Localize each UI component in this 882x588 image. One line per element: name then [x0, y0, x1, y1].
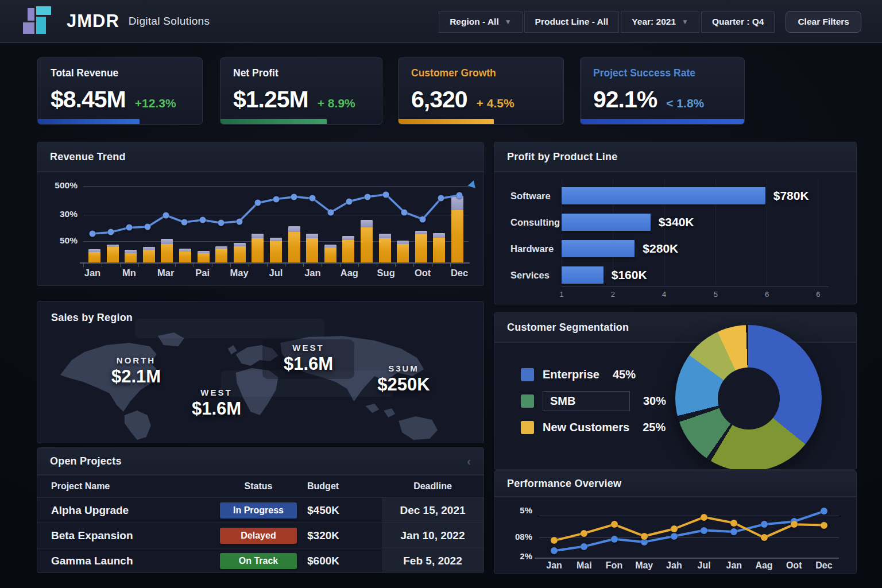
data-point	[581, 530, 587, 537]
y-axis-tick: 500%	[44, 180, 78, 191]
data-point	[791, 521, 798, 528]
collapse-icon[interactable]: ‹	[467, 455, 471, 468]
bar-value-label: $780K	[773, 189, 809, 203]
x-axis-label: May	[635, 560, 653, 571]
data-point	[551, 547, 558, 554]
data-point	[328, 209, 334, 215]
profit-by-product-line-panel: Profit by Product Line Software$780KCons…	[494, 142, 857, 304]
bar-track: $160K	[562, 266, 833, 284]
segmentation-legend: Enterprise 45% SMB 30% New Customers 25%	[521, 368, 666, 434]
x-axis-ticks	[83, 264, 469, 267]
x-axis-label: Jul	[698, 560, 711, 571]
map-highlight	[135, 319, 324, 338]
bar-value-label: $340K	[659, 215, 694, 229]
year-filter[interactable]: Year: 2021 ▼	[621, 11, 699, 33]
data-point	[641, 539, 648, 546]
panel-title: Customer Segmentation	[507, 322, 629, 334]
clear-filters-button[interactable]: Clear Filters	[786, 11, 861, 33]
data-point	[236, 218, 242, 225]
data-point	[401, 209, 408, 215]
header-bar: JMDR Digital Solutions Region - All ▼ Pr…	[0, 0, 882, 43]
x-axis-label: Aag	[341, 268, 358, 278]
product-line-row: Software$780K	[494, 183, 856, 209]
data-point	[821, 508, 827, 514]
x-axis-label: Dec	[815, 560, 832, 571]
customer-segmentation-panel: Customer Segmentation Enterprise 45% SMB…	[494, 312, 857, 470]
kpi-card-net-profit: Net Profit $1.25M + 8.9%	[220, 57, 382, 125]
x-axis-label: May	[230, 268, 249, 278]
region-filter-label: Region - All	[450, 17, 499, 27]
panel-title: Profit by Product Line	[507, 151, 617, 163]
data-point	[254, 200, 261, 206]
panel-header: Performance Overview	[494, 471, 856, 497]
legend-label: SMB	[543, 391, 630, 411]
data-point	[383, 191, 389, 198]
revenue-trend-panel: Revenue Trend 500% 30% 50% JanMnMarPaiMa…	[37, 142, 484, 286]
quarter-filter-label: Quarter : Q4	[712, 17, 764, 27]
panel-header: Profit by Product Line	[494, 142, 856, 172]
profit-bar	[562, 240, 635, 257]
category-label: Hardware	[494, 243, 562, 254]
map-marker-s3um: S3UM $250K	[358, 363, 450, 395]
kpi-title: Customer Growth	[411, 67, 551, 79]
x-axis-tick: 6	[765, 290, 769, 299]
projects-table: Project Name Status Budget Deadline Alph…	[37, 475, 483, 572]
x-axis-tick: 6	[816, 290, 820, 299]
map-marker-west-bottom: WEST $1.6M	[171, 388, 262, 419]
data-point	[761, 534, 768, 541]
x-axis-label: Mn	[122, 268, 136, 278]
panel-title: Performance Overview	[507, 478, 621, 490]
region-filter[interactable]: Region - All ▼	[439, 11, 522, 33]
x-axis-tick: 2	[611, 290, 615, 299]
table-header-row: Project Name Status Budget Deadline	[37, 475, 483, 497]
open-projects-panel: Open Projects ‹ Project Name Status Budg…	[37, 447, 484, 573]
kpi-value: $8.45M	[51, 86, 126, 113]
table-row[interactable]: Alpha Upgrade In Progress $450K Dec 15, …	[37, 497, 483, 523]
bar-rows: Software$780KConsulting$340KHardware$280…	[494, 172, 856, 288]
data-point	[457, 192, 463, 199]
project-deadline: Jan 10, 2022	[382, 523, 483, 548]
profit-bar	[562, 187, 765, 204]
project-budget: $600K	[307, 555, 382, 567]
data-point	[671, 533, 678, 540]
project-budget: $320K	[307, 529, 382, 542]
product-line-filter[interactable]: Product Line - All	[524, 11, 620, 33]
kpi-accent-bar	[399, 119, 494, 124]
kpi-value: 6,320	[411, 86, 467, 113]
x-axis-label: Pai	[195, 268, 210, 278]
chevron-down-icon: ▼	[682, 18, 688, 26]
data-point	[365, 194, 371, 200]
region-label: WEST	[171, 388, 262, 397]
data-point	[438, 195, 444, 202]
x-axis-tick: 4	[662, 290, 666, 299]
revenue-trend-chart: 500% 30% 50%	[83, 186, 469, 263]
x-axis-label: Fon	[606, 560, 622, 571]
project-budget: $450K	[307, 504, 382, 517]
legend-item-smb: SMB 30%	[521, 391, 666, 411]
kpi-delta: + 8.9%	[318, 96, 355, 110]
table-row[interactable]: Gamma Launch On Track $600K Feb 5, 2022	[37, 548, 483, 573]
product-line-row: Hardware$280K	[494, 235, 856, 262]
kpi-accent-bar	[38, 119, 140, 124]
kpi-delta: +12.3%	[135, 96, 176, 110]
x-axis-label: Dec	[451, 268, 468, 278]
data-point	[420, 216, 426, 222]
brand-name: JMDR	[67, 11, 119, 32]
panel-title: Revenue Trend	[50, 151, 126, 163]
legend-swatch	[521, 368, 534, 381]
x-axis-label: Sug	[377, 268, 395, 278]
data-point	[181, 219, 187, 225]
y-axis-tick: 5%	[502, 505, 532, 515]
x-axis-labels: JanMaiFonMayJahJulJanAagOotDec	[539, 560, 839, 573]
data-point	[89, 231, 95, 237]
column-header: Deadline	[382, 481, 483, 492]
kpi-title: Total Revenue	[51, 67, 189, 79]
chevron-down-icon: ▼	[505, 18, 512, 26]
legend-percent: 45%	[613, 368, 636, 381]
kpi-accent-bar	[581, 119, 744, 124]
quarter-filter[interactable]: Quarter : Q4	[701, 11, 775, 33]
data-point	[611, 536, 618, 543]
product-line-row: Consulting$340K	[494, 209, 856, 235]
table-row[interactable]: Beta Expansion Delayed $320K Jan 10, 202…	[37, 523, 483, 548]
project-name: Beta Expansion	[37, 529, 210, 542]
